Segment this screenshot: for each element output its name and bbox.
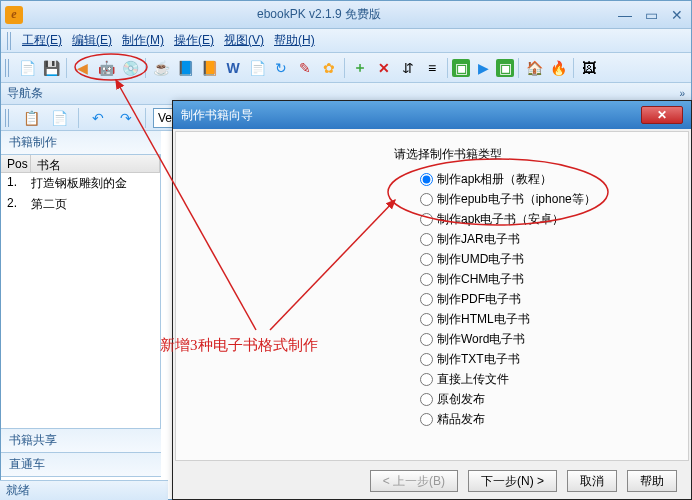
menubar-grip [7,32,13,50]
doc1-icon[interactable]: 📘 [174,57,196,79]
radio-option-apk-album[interactable]: 制作apk相册（教程） [420,171,670,188]
doc-icon[interactable]: 📄 [48,107,70,129]
toolbar: 📄 💾 ◀ 🤖 💿 ☕ 📘 📙 W 📄 ↻ ✎ ✿ ＋ ✕ ⇵ ≡ ▣ ▶ ▣ … [1,53,691,83]
maximize-button[interactable]: ▭ [641,7,661,23]
book-list-header: Pos 书名 [1,155,160,173]
green1-icon[interactable]: ▣ [452,59,470,77]
radio-option-original[interactable]: 原创发布 [420,391,670,408]
minimize-button[interactable]: — [615,7,635,23]
menu-make[interactable]: 制作(M) [117,30,169,51]
home-icon[interactable]: 🏠 [523,57,545,79]
disc-icon[interactable]: 💿 [119,57,141,79]
radio-option-chm[interactable]: 制作CHM电子书 [420,271,670,288]
toolbar-grip [5,59,11,77]
tab-book-make[interactable]: 书籍制作 [1,131,161,155]
radio-group: 制作apk相册（教程） 制作epub电子书（iphone等） 制作apk电子书（… [420,171,670,428]
image-icon[interactable]: 🖼 [578,57,600,79]
numlist-icon[interactable]: ≡ [421,57,443,79]
sort-icon[interactable]: ⇵ [397,57,419,79]
annotation-text: 新增3种电子书格式制作 [160,336,318,355]
close-button[interactable]: ✕ [667,7,687,23]
col-pos: Pos [1,155,31,172]
back-icon[interactable]: ◀ [71,57,93,79]
menu-edit[interactable]: 编辑(E) [67,30,117,51]
doc2-icon[interactable]: 📙 [198,57,220,79]
android-icon[interactable]: 🤖 [95,57,117,79]
fontbar-grip [5,109,11,127]
menu-project[interactable]: 工程(E) [17,30,67,51]
radio-option-upload[interactable]: 直接上传文件 [420,371,670,388]
word-icon[interactable]: W [222,57,244,79]
titlebar: e ebookPK v2.1.9 免费版 — ▭ ✕ [1,1,691,29]
radio-option-epub[interactable]: 制作epub电子书（iphone等） [420,191,670,208]
radio-option-html[interactable]: 制作HTML电子书 [420,311,670,328]
tab-book-share[interactable]: 书籍共享 [1,429,161,453]
dialog-title: 制作书籍向导 [181,107,641,124]
dialog-prompt: 请选择制作书籍类型 [394,146,670,163]
window-controls: — ▭ ✕ [615,7,687,23]
new-icon[interactable]: 📄 [16,57,38,79]
status-text: 就绪 [6,482,30,499]
radio-option-apk-ebook[interactable]: 制作apk电子书（安卓） [420,211,670,228]
app-icon: e [5,6,23,24]
add-icon[interactable]: ＋ [349,57,371,79]
yellow-icon[interactable]: ✿ [318,57,340,79]
navbar-chevron-icon[interactable]: » [679,88,685,99]
green2-icon[interactable]: ▣ [496,59,514,77]
radio-option-txt[interactable]: 制作TXT电子书 [420,351,670,368]
radio-option-pdf[interactable]: 制作PDF电子书 [420,291,670,308]
col-name: 书名 [31,155,160,172]
prev-button: < 上一步(B) [370,470,458,492]
redo-icon[interactable]: ↷ [115,107,137,129]
cancel-button[interactable]: 取消 [567,470,617,492]
menubar: 工程(E) 编辑(E) 制作(M) 操作(E) 视图(V) 帮助(H) [1,29,691,53]
next-button[interactable]: 下一步(N) > [468,470,557,492]
side-bottom: 书籍共享 直通车 [1,428,160,477]
statusbar: 就绪 [0,480,168,500]
play-icon[interactable]: ▶ [472,57,494,79]
dialog-close-button[interactable]: ✕ [641,106,683,124]
side-panel: 书籍制作 Pos 书名 1. 打造钢板雕刻的金 2. 第二页 书籍共享 直通车 [1,131,161,477]
menu-operate[interactable]: 操作(E) [169,30,219,51]
doc3-icon[interactable]: 📄 [246,57,268,79]
list-item[interactable]: 2. 第二页 [1,194,160,215]
menu-view[interactable]: 视图(V) [219,30,269,51]
help-button[interactable]: 帮助 [627,470,677,492]
tab-direct[interactable]: 直通车 [1,453,161,477]
radio-option-jar[interactable]: 制作JAR电子书 [420,231,670,248]
undo-icon[interactable]: ↶ [87,107,109,129]
dialog-body: 请选择制作书籍类型 制作apk相册（教程） 制作epub电子书（iphone等）… [175,131,689,461]
java-icon[interactable]: ☕ [150,57,172,79]
menu-help[interactable]: 帮助(H) [269,30,320,51]
window-title: ebookPK v2.1.9 免费版 [23,6,615,23]
wizard-dialog: 制作书籍向导 ✕ 请选择制作书籍类型 制作apk相册（教程） 制作epub电子书… [172,100,692,500]
delete-icon[interactable]: ✕ [373,57,395,79]
book-list: Pos 书名 1. 打造钢板雕刻的金 2. 第二页 [1,155,160,428]
list-item[interactable]: 1. 打造钢板雕刻的金 [1,173,160,194]
radio-option-word[interactable]: 制作Word电子书 [420,331,670,348]
dialog-titlebar[interactable]: 制作书籍向导 ✕ [173,101,691,129]
refresh-icon[interactable]: ↻ [270,57,292,79]
pen-icon[interactable]: ✎ [294,57,316,79]
radio-option-umd[interactable]: 制作UMD电子书 [420,251,670,268]
dialog-footer: < 上一步(B) 下一步(N) > 取消 帮助 [173,463,691,499]
fire-icon[interactable]: 🔥 [547,57,569,79]
paste-icon[interactable]: 📋 [20,107,42,129]
radio-option-boutique[interactable]: 精品发布 [420,411,670,428]
navbar-label: 导航条 [7,85,43,102]
save-icon[interactable]: 💾 [40,57,62,79]
